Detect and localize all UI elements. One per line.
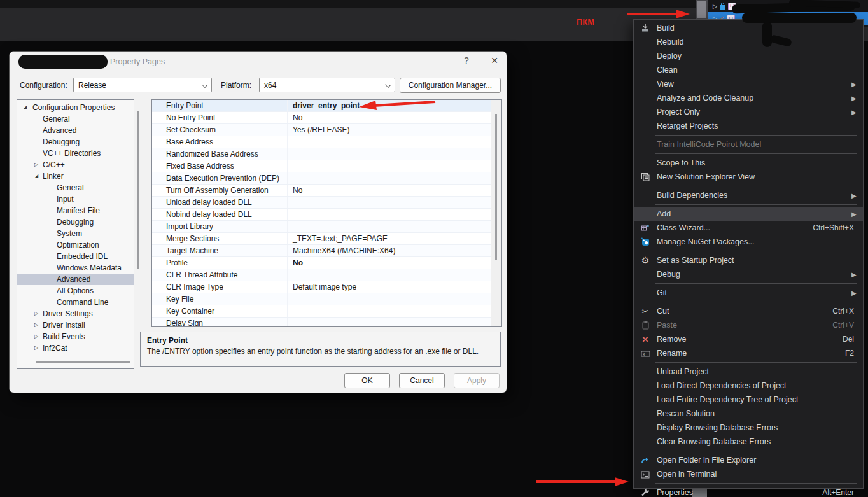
- property-value[interactable]: MachineX64 (/MACHINE:X64): [287, 245, 491, 256]
- menu-item-deploy[interactable]: Deploy: [634, 49, 863, 63]
- chevron-right-icon[interactable]: ▷: [713, 3, 717, 10]
- tree-item[interactable]: General: [17, 182, 134, 193]
- menu-item-project-only[interactable]: Project Only▶: [634, 105, 863, 119]
- property-grid-row[interactable]: Nobind delay loaded DLL: [152, 209, 491, 221]
- property-grid-row[interactable]: Base Address: [152, 136, 491, 148]
- property-grid-row[interactable]: Delay Sign: [152, 318, 491, 327]
- menu-item-unload-project[interactable]: Unload Project: [634, 365, 863, 379]
- menu-item-view[interactable]: View▶: [634, 77, 863, 91]
- tree-item[interactable]: All Options: [17, 285, 134, 297]
- property-value[interactable]: _TEXT=.text;_PAGE=PAGE: [287, 233, 491, 244]
- property-value[interactable]: [287, 160, 491, 172]
- tree-item[interactable]: Windows Metadata: [17, 262, 134, 274]
- tree-item[interactable]: Command Line: [17, 297, 134, 308]
- property-grid-row[interactable]: No Entry Point No: [152, 112, 491, 124]
- property-value[interactable]: [287, 209, 491, 220]
- menu-item-build[interactable]: Build: [634, 21, 863, 35]
- property-grid-row[interactable]: Data Execution Prevention (DEP): [152, 172, 491, 185]
- tree-expander-icon[interactable]: ▷: [34, 308, 38, 319]
- property-value[interactable]: No: [287, 112, 491, 123]
- menu-item-retarget-projects[interactable]: Retarget Projects: [634, 119, 863, 133]
- menu-item-debug[interactable]: Debug▶: [634, 267, 863, 281]
- menu-item-rescan-solution[interactable]: Rescan Solution: [634, 407, 863, 421]
- property-grid-row[interactable]: Target Machine MachineX64 (/MACHINE:X64): [152, 245, 491, 257]
- tree-expander-icon[interactable]: ▷: [34, 342, 38, 354]
- property-value[interactable]: No: [287, 257, 491, 269]
- menu-item-build-dependencies[interactable]: Build Dependencies▶: [634, 188, 863, 202]
- tree-item[interactable]: Advanced: [17, 274, 134, 285]
- property-grid-row[interactable]: Fixed Base Address: [152, 160, 491, 172]
- tree-item[interactable]: VC++ Directories: [17, 148, 134, 159]
- menu-item-rebuild[interactable]: Rebuild: [634, 35, 863, 49]
- grid-scrollbar-track[interactable]: [491, 100, 501, 326]
- menu-item-load-direct-dependencies[interactable]: Load Direct Dependencies of Project: [634, 379, 863, 393]
- dialog-titlebar[interactable]: Property Pages ? ✕: [10, 52, 507, 72]
- property-value[interactable]: [287, 136, 491, 148]
- property-value[interactable]: [287, 293, 491, 305]
- property-grid-row[interactable]: Profile No: [152, 257, 491, 269]
- solution-explorer-scrollbar[interactable]: [696, 0, 708, 19]
- property-grid-row[interactable]: Set Checksum Yes (/RELEASE): [152, 124, 491, 136]
- menu-item-git[interactable]: Git▶: [634, 286, 863, 300]
- grid-vertical-scrollbar[interactable]: [495, 114, 497, 260]
- menu-item-open-folder-in-file-explorer[interactable]: Open Folder in File Explorer: [634, 453, 863, 467]
- property-grid-row[interactable]: Merge Sections _TEXT=.text;_PAGE=PAGE: [152, 233, 491, 245]
- property-grid-row[interactable]: Import Library: [152, 221, 491, 233]
- help-icon[interactable]: ?: [459, 55, 474, 68]
- property-value[interactable]: [287, 269, 491, 281]
- property-grid-row[interactable]: Key Container: [152, 305, 491, 318]
- configuration-manager-button[interactable]: Configuration Manager...: [400, 78, 501, 93]
- tree-item[interactable]: ▷ Driver Settings: [17, 308, 134, 319]
- tree-item[interactable]: Advanced: [17, 125, 134, 136]
- tree-vertical-scrollbar[interactable]: [137, 111, 139, 269]
- property-value[interactable]: driver_entry_point: [287, 100, 491, 111]
- menu-item-remove[interactable]: ✕ RemoveDel: [634, 332, 863, 346]
- platform-select[interactable]: x64: [259, 78, 395, 92]
- close-icon[interactable]: ✕: [486, 55, 503, 68]
- tree-item[interactable]: Manifest File: [17, 205, 134, 216]
- tree-item[interactable]: System: [17, 228, 134, 239]
- menu-item-new-solution-explorer-view[interactable]: New Solution Explorer View: [634, 170, 863, 184]
- tree-item[interactable]: Embedded IDL: [17, 251, 134, 262]
- tree-item[interactable]: ▷ C/C++: [17, 159, 134, 171]
- menu-item-cut[interactable]: ✂ CutCtrl+X: [634, 304, 863, 318]
- property-value[interactable]: No: [287, 185, 491, 196]
- property-grid-row[interactable]: Randomized Base Address: [152, 148, 491, 160]
- tree-expander-icon[interactable]: ◢: [34, 171, 38, 182]
- menu-item-manage-nuget-packages[interactable]: Manage NuGet Packages...: [634, 235, 863, 249]
- tree-item[interactable]: ▷ Driver Install: [17, 319, 134, 331]
- property-grid-row[interactable]: Entry Point driver_entry_point: [152, 100, 491, 112]
- menu-item-display-browsing-database-errors[interactable]: Display Browsing Database Errors: [634, 421, 863, 435]
- tree-expander-icon[interactable]: ◢: [23, 102, 27, 113]
- property-value[interactable]: [287, 172, 491, 184]
- property-grid-row[interactable]: CLR Image Type Default image type: [152, 281, 491, 293]
- tree-expander-icon[interactable]: ▷: [34, 159, 38, 171]
- tree-item[interactable]: Debugging: [17, 136, 134, 148]
- tree-item[interactable]: ▷ Inf2Cat: [17, 342, 134, 354]
- tree-item[interactable]: ◢ Linker: [17, 171, 134, 182]
- tree-item[interactable]: General: [17, 113, 134, 125]
- property-value[interactable]: [287, 221, 491, 232]
- menu-item-clean[interactable]: Clean: [634, 63, 863, 77]
- tree-item[interactable]: Input: [17, 193, 134, 205]
- property-value[interactable]: Default image type: [287, 281, 491, 293]
- tree-item[interactable]: Debugging: [17, 216, 134, 228]
- menu-item-analyze-and-code-cleanup[interactable]: Analyze and Code Cleanup▶: [634, 91, 863, 105]
- tree-item[interactable]: Optimization: [17, 239, 134, 251]
- menu-item-class-wizard[interactable]: Class Wizard...Ctrl+Shift+X: [634, 221, 863, 235]
- menu-item-open-in-terminal[interactable]: Open in Terminal: [634, 467, 863, 481]
- menu-item-clear-browsing-database-errors[interactable]: Clear Browsing Database Errors: [634, 435, 863, 449]
- tree-item[interactable]: ▷ Build Events: [17, 331, 134, 342]
- menu-item-load-entire-dependency-tree[interactable]: Load Entire Dependency Tree of Project: [634, 393, 863, 407]
- menu-item-properties[interactable]: PropertiesAlt+Enter: [634, 486, 863, 497]
- property-value[interactable]: [287, 305, 491, 317]
- property-value[interactable]: [287, 197, 491, 208]
- property-grid-row[interactable]: CLR Thread Attribute: [152, 269, 491, 281]
- ok-button[interactable]: OK: [344, 373, 390, 388]
- menu-item-train-intellicode[interactable]: Train IntelliCode Poirot Model: [634, 137, 863, 151]
- menu-item-paste[interactable]: PasteCtrl+V: [634, 318, 863, 332]
- cancel-button[interactable]: Cancel: [399, 373, 445, 388]
- menu-item-add[interactable]: Add▶: [634, 207, 863, 221]
- property-grid-row[interactable]: Unload delay loaded DLL: [152, 197, 491, 209]
- menu-item-set-as-startup-project[interactable]: ⚙ Set as Startup Project: [634, 253, 863, 267]
